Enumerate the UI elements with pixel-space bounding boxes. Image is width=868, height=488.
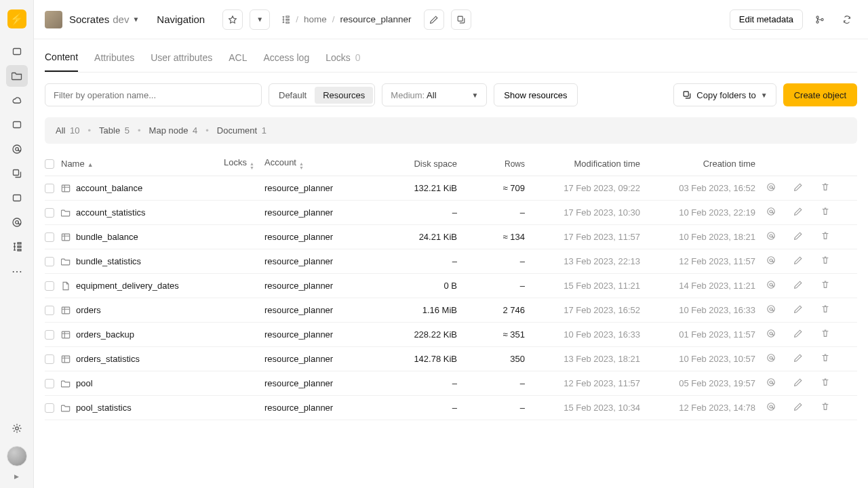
attributes-icon[interactable] [766, 329, 776, 338]
nav-cloud-icon[interactable] [6, 89, 28, 111]
nav-navigation-icon[interactable] [6, 65, 28, 87]
row-name[interactable]: account_balance [61, 183, 224, 193]
edit-path-button[interactable] [424, 9, 444, 30]
edit-icon[interactable] [793, 182, 803, 192]
breadcrumb: / home / resource_planner [281, 14, 411, 24]
delete-icon[interactable] [821, 329, 830, 338]
expand-sidebar-icon[interactable]: ▶ [14, 473, 19, 480]
attributes-icon[interactable] [766, 182, 776, 192]
tab-content[interactable]: Content [45, 52, 78, 72]
edit-icon[interactable] [793, 402, 803, 411]
copy-folders-button[interactable]: Copy folders to ▼ [673, 83, 776, 106]
row-checkbox[interactable] [45, 281, 54, 291]
row-name[interactable]: orders_backup [61, 329, 224, 340]
edit-metadata-button[interactable]: Edit metadata [730, 9, 803, 30]
edit-icon[interactable] [793, 304, 803, 314]
create-object-button[interactable]: Create object [783, 83, 857, 106]
delete-icon[interactable] [821, 402, 830, 411]
edit-icon[interactable] [793, 256, 803, 265]
row-name[interactable]: account_statistics [61, 207, 224, 218]
attributes-icon[interactable] [766, 280, 776, 289]
attributes-icon[interactable] [766, 378, 776, 387]
nav-dashboard-icon[interactable] [6, 41, 28, 62]
delete-icon[interactable] [821, 304, 830, 314]
copy-path-button[interactable] [451, 9, 471, 30]
delete-icon[interactable] [821, 280, 830, 289]
row-checkbox[interactable] [45, 403, 54, 413]
nav-user-icon[interactable] [6, 138, 28, 160]
col-mod[interactable]: Modification time [536, 159, 651, 169]
app-logo[interactable]: ⚡ [7, 9, 26, 28]
row-name[interactable]: bundle_statistics [61, 256, 224, 266]
delete-icon[interactable] [821, 231, 830, 241]
table-row: bundle_statisticsresource_planner––13 Fe… [45, 249, 857, 274]
delete-icon[interactable] [821, 182, 830, 192]
row-name[interactable]: pool_statistics [61, 403, 224, 413]
row-name[interactable]: bundle_balance [61, 232, 224, 242]
user-avatar[interactable] [7, 446, 27, 466]
show-resources-button[interactable]: Show resources [494, 83, 577, 106]
breadcrumb-home[interactable]: home [304, 14, 327, 24]
refresh-button[interactable] [837, 9, 857, 30]
row-name[interactable]: orders [61, 305, 224, 315]
row-name[interactable]: orders_statistics [61, 354, 224, 364]
tab-user-attributes[interactable]: User attributes [151, 52, 212, 71]
table-row: bundle_balanceresource_planner24.21 KiB≈… [45, 225, 857, 249]
edit-icon[interactable] [793, 280, 803, 289]
attributes-icon[interactable] [766, 353, 776, 363]
row-checkbox[interactable] [45, 184, 54, 193]
tree-icon[interactable] [281, 15, 290, 24]
view-resources[interactable]: Resources [315, 87, 373, 104]
tab-acl[interactable]: ACL [229, 52, 247, 71]
row-name[interactable]: pool [61, 378, 224, 388]
nav-link-icon[interactable] [6, 163, 28, 184]
attributes-icon[interactable] [766, 231, 776, 241]
attributes-icon[interactable] [766, 207, 776, 216]
delete-icon[interactable] [821, 207, 830, 216]
medium-select[interactable]: Medium: All ▼ [382, 83, 487, 106]
edit-icon[interactable] [793, 329, 803, 338]
view-default[interactable]: Default [271, 87, 315, 104]
tab-locks[interactable]: Locks 0 [326, 52, 360, 71]
col-locks[interactable]: Locks▲▼ [224, 157, 264, 170]
nav-monitor-icon[interactable] [6, 114, 28, 136]
edit-icon[interactable] [793, 353, 803, 363]
row-checkbox[interactable] [45, 306, 54, 315]
col-name[interactable]: Name▲ [61, 159, 224, 169]
col-rows[interactable]: Rows [468, 159, 536, 169]
edit-icon[interactable] [793, 207, 803, 216]
branch-icon[interactable] [810, 9, 830, 30]
filter-input[interactable] [45, 83, 262, 106]
nav-more-icon[interactable]: ⋯ [6, 260, 28, 282]
delete-icon[interactable] [821, 378, 830, 387]
delete-icon[interactable] [821, 256, 830, 265]
row-checkbox[interactable] [45, 379, 54, 388]
row-checkbox[interactable] [45, 232, 54, 242]
row-checkbox[interactable] [45, 330, 54, 340]
col-account[interactable]: Account▲▼ [264, 157, 366, 170]
attributes-icon[interactable] [766, 256, 776, 265]
tab-attributes[interactable]: Attributes [94, 52, 134, 71]
row-checkbox[interactable] [45, 354, 54, 364]
nav-group-icon[interactable] [6, 211, 28, 233]
attributes-icon[interactable] [766, 304, 776, 314]
nav-storage-icon[interactable] [6, 187, 28, 209]
summary-bar: All 10• Table 5• Map node 4• Document 1 [45, 117, 857, 144]
row-checkbox[interactable] [45, 257, 54, 266]
favorite-dropdown[interactable]: ▼ [250, 9, 270, 30]
delete-icon[interactable] [821, 353, 830, 363]
attributes-icon[interactable] [766, 402, 776, 411]
nav-tree-icon[interactable] [6, 236, 28, 258]
edit-icon[interactable] [793, 378, 803, 387]
row-name[interactable]: equipment_delivery_dates [61, 281, 224, 291]
settings-icon[interactable] [6, 418, 28, 439]
col-created[interactable]: Creation time [651, 159, 766, 169]
breadcrumb-current[interactable]: resource_planner [340, 14, 412, 24]
tab-access-log[interactable]: Access log [263, 52, 309, 71]
favorite-button[interactable] [222, 9, 243, 30]
col-disk[interactable]: Disk space [366, 159, 468, 169]
select-all-checkbox[interactable] [45, 159, 54, 169]
cluster-selector[interactable]: Socrates dev ▼ [69, 14, 139, 25]
row-checkbox[interactable] [45, 208, 54, 218]
edit-icon[interactable] [793, 231, 803, 241]
